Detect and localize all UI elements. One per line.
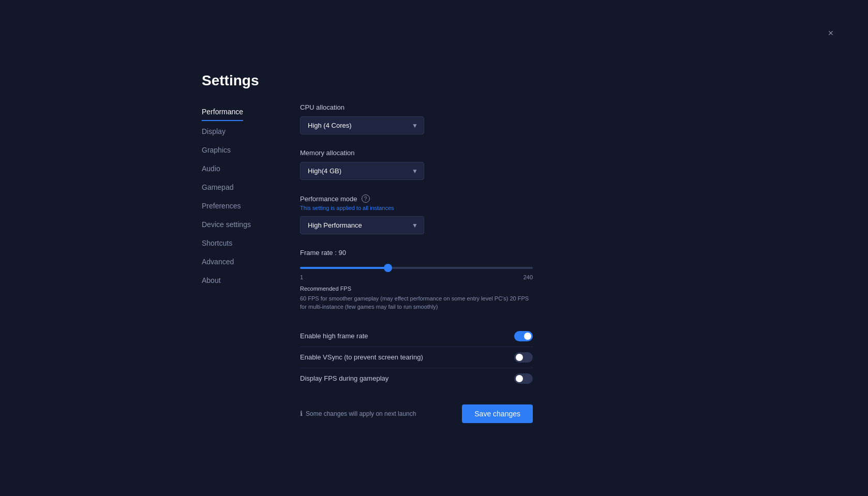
footer-note-text: Some changes will apply on next launch <box>306 410 416 417</box>
recommended-fps-text: 60 FPS for smoother gameplay (may effect… <box>300 295 529 310</box>
settings-container: Performance Display Graphics Audio Gamep… <box>202 72 579 423</box>
cpu-allocation-section: CPU allocation Low (1 Core) Medium (2 Co… <box>300 103 579 134</box>
sidebar: Performance Display Graphics Audio Gamep… <box>202 103 285 423</box>
cpu-allocation-select[interactable]: Low (1 Core) Medium (2 Cores) High (4 Co… <box>300 116 424 134</box>
recommended-fps-title: Recommended FPS <box>300 284 533 293</box>
slider-labels: 1 240 <box>300 274 533 280</box>
cpu-allocation-label: CPU allocation <box>300 103 579 111</box>
performance-mode-wrapper: Balanced High Performance Ultra Performa… <box>300 216 424 234</box>
sidebar-item-display[interactable]: Display <box>202 123 285 140</box>
sidebar-item-audio[interactable]: Audio <box>202 160 285 177</box>
sidebar-item-preferences[interactable]: Preferences <box>202 198 285 214</box>
frame-rate-slider[interactable] <box>300 267 533 269</box>
footer-row: ℹ Some changes will apply on next launch… <box>300 404 533 423</box>
sidebar-item-about[interactable]: About <box>202 272 285 289</box>
close-button[interactable]: × <box>825 27 837 39</box>
toggle-label-high-frame-rate: Enable high frame rate <box>300 332 368 340</box>
toggle-label-display-fps: Display FPS during gameplay <box>300 374 388 382</box>
recommended-fps: Recommended FPS 60 FPS for smoother game… <box>300 284 533 311</box>
sidebar-item-performance[interactable]: Performance <box>202 103 243 121</box>
frame-rate-section: Frame rate : 90 1 240 Recommended FPS 60… <box>300 249 579 311</box>
toggle-row-display-fps: Display FPS during gameplay <box>300 368 533 389</box>
sidebar-item-shortcuts[interactable]: Shortcuts <box>202 235 285 251</box>
toggle-label-vsync: Enable VSync (to prevent screen tearing) <box>300 353 423 361</box>
memory-allocation-select[interactable]: Low(1 GB) Medium(2 GB) High(4 GB) Ultra(… <box>300 162 424 180</box>
toggle-thumb-display-fps <box>516 375 523 382</box>
performance-mode-header: Performance mode ? <box>300 194 579 203</box>
toggle-track-display-fps <box>514 373 533 384</box>
sidebar-item-graphics[interactable]: Graphics <box>202 142 285 158</box>
toggle-thumb-vsync <box>516 354 523 361</box>
toggles-section: Enable high frame rate Enable VSync (to … <box>300 326 579 389</box>
memory-allocation-wrapper: Low(1 GB) Medium(2 GB) High(4 GB) Ultra(… <box>300 162 424 180</box>
toggle-row-vsync: Enable VSync (to prevent screen tearing) <box>300 347 533 368</box>
toggle-track-vsync <box>514 352 533 363</box>
toggle-thumb-high-frame-rate <box>524 333 531 340</box>
frame-rate-slider-container <box>300 262 533 271</box>
memory-allocation-section: Memory allocation Low(1 GB) Medium(2 GB)… <box>300 149 579 180</box>
memory-allocation-label: Memory allocation <box>300 149 579 157</box>
toggle-row-high-frame-rate: Enable high frame rate <box>300 326 533 347</box>
footer-note: ℹ Some changes will apply on next launch <box>300 410 416 417</box>
cpu-allocation-wrapper: Low (1 Core) Medium (2 Cores) High (4 Co… <box>300 116 424 134</box>
sidebar-item-gamepad[interactable]: Gamepad <box>202 179 285 196</box>
save-changes-button[interactable]: Save changes <box>462 404 533 423</box>
performance-mode-info-icon[interactable]: ? <box>362 194 370 203</box>
toggle-track-high-frame-rate <box>514 331 533 341</box>
footer-info-icon: ℹ <box>300 410 303 417</box>
performance-mode-note: This setting is applied to all instances <box>300 205 579 211</box>
sidebar-item-device-settings[interactable]: Device settings <box>202 216 285 233</box>
performance-mode-label: Performance mode <box>300 195 357 203</box>
toggle-switch-display-fps[interactable] <box>514 373 533 384</box>
sidebar-item-advanced[interactable]: Advanced <box>202 253 285 270</box>
performance-mode-select[interactable]: Balanced High Performance Ultra Performa… <box>300 216 424 234</box>
frame-rate-label: Frame rate : 90 <box>300 249 579 257</box>
main-content: CPU allocation Low (1 Core) Medium (2 Co… <box>285 103 579 423</box>
toggle-switch-vsync[interactable] <box>514 352 533 363</box>
toggle-switch-high-frame-rate[interactable] <box>514 331 533 341</box>
slider-max-label: 240 <box>523 274 533 280</box>
slider-min-label: 1 <box>300 274 303 280</box>
performance-mode-section: Performance mode ? This setting is appli… <box>300 194 579 234</box>
